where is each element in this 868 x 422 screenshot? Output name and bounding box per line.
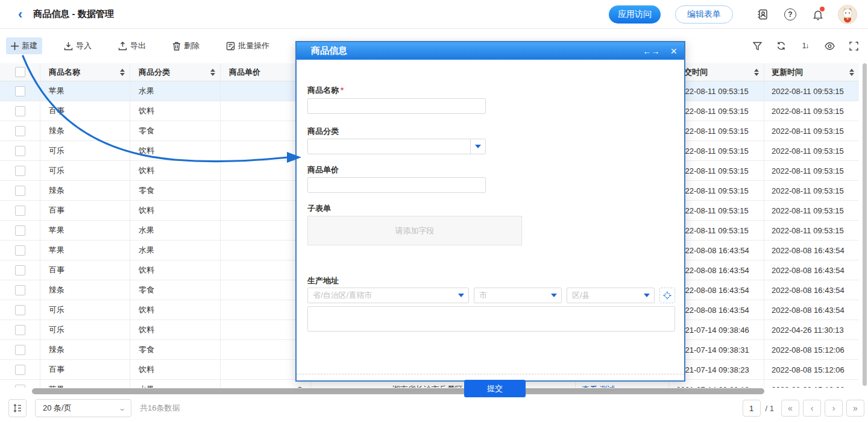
row-checkbox[interactable] (15, 365, 25, 375)
row-checkbox[interactable] (15, 265, 25, 276)
subform-placeholder-panel[interactable]: 请添加字段 (307, 216, 522, 245)
cell-product-name: 苹果 (40, 380, 130, 388)
cell-product-name: 可乐 (40, 141, 130, 160)
caret-down-icon (475, 145, 481, 148)
close-icon[interactable]: × (670, 46, 677, 57)
next-page-button[interactable]: › (825, 400, 843, 417)
cell-product-category: 水果 (130, 221, 221, 240)
edit-form-button[interactable]: 编辑表单 (675, 5, 733, 24)
contacts-book-icon[interactable] (756, 8, 769, 21)
sort-carets-icon[interactable] (210, 69, 215, 76)
notification-dot (820, 7, 825, 11)
new-button[interactable]: 新建 (6, 37, 42, 54)
notifications-bell-icon[interactable] (811, 8, 825, 21)
product-price-label: 商品单价 (307, 165, 339, 175)
cell-product-name: 百事 (40, 260, 130, 280)
row-checkbox-cell (0, 141, 40, 160)
cell-update-time: 2022-08-08 16:43:54 (764, 280, 859, 300)
row-checkbox[interactable] (15, 245, 25, 256)
sort-carets-icon[interactable] (849, 69, 854, 76)
fullscreen-icon[interactable] (848, 40, 860, 52)
select-all-cell (0, 63, 40, 81)
total-count-label: 共16条数据 (140, 403, 180, 414)
cell-product-category: 零食 (130, 340, 221, 359)
cell-update-time: 2022-08-11 09:53:15 (764, 181, 859, 200)
refresh-icon[interactable] (775, 40, 787, 52)
app-access-button[interactable]: 应用访问 (609, 5, 661, 24)
city-select[interactable]: 市 (474, 288, 562, 303)
row-checkbox-cell (0, 300, 40, 320)
plus-icon (11, 42, 19, 50)
export-icon (118, 42, 127, 51)
product-price-input[interactable] (307, 177, 486, 193)
first-page-button[interactable]: « (781, 400, 799, 417)
row-checkbox-cell (0, 380, 40, 388)
product-form-modal: 商品信息 ←→ × 商品名称* 商品分类 商品单价 子表单 请添加字段 生产地址… (295, 41, 685, 382)
last-page-button[interactable]: » (846, 400, 864, 417)
batch-operations-button[interactable]: 批量操作 (221, 37, 274, 54)
location-crosshair-icon (663, 291, 671, 300)
column-header-category[interactable]: 商品分类 (130, 63, 221, 81)
row-checkbox-cell (0, 280, 40, 300)
caret-down-icon (551, 294, 557, 297)
delete-button[interactable]: 删除 (168, 37, 204, 54)
cell-product-category: 饮料 (130, 141, 221, 160)
submit-button[interactable]: 提交 (464, 380, 526, 397)
vertical-scrollbar-thumb[interactable] (863, 63, 867, 386)
footer-bar: 20 条/页 ⌄ 共16条数据 1 / 1 « ‹ › » (0, 394, 868, 422)
sort-carets-icon[interactable] (754, 69, 759, 76)
help-icon[interactable]: ? (784, 8, 797, 21)
horizontal-scrollbar-thumb[interactable] (32, 388, 764, 394)
page-size-select[interactable]: 20 条/页 ⌄ (35, 399, 131, 417)
detail-address-textarea[interactable] (307, 306, 675, 332)
modal-footer-divider (297, 374, 684, 374)
current-page-input[interactable]: 1 (743, 400, 761, 417)
row-density-icon[interactable] (8, 399, 27, 417)
product-name-input[interactable] (307, 98, 486, 114)
cell-update-time: 2022-08-11 09:53:15 (764, 141, 859, 160)
trash-icon (172, 42, 181, 51)
row-checkbox[interactable] (15, 126, 25, 136)
cell-product-name: 辣条 (40, 340, 130, 359)
cell-update-time: 2022-08-08 16:43:54 (764, 300, 859, 320)
row-checkbox[interactable] (15, 106, 25, 116)
sort-icon[interactable]: 1↓ (799, 40, 811, 52)
product-category-select[interactable] (307, 139, 486, 154)
horizontal-scrollbar[interactable] (0, 388, 868, 394)
vertical-scrollbar[interactable] (863, 60, 867, 389)
row-checkbox[interactable] (15, 86, 25, 96)
row-checkbox[interactable] (15, 305, 25, 315)
column-visibility-eye-icon[interactable] (823, 40, 835, 52)
import-button[interactable]: 导入 (59, 37, 96, 54)
cell-update-time: 2022-04-26 11:30:13 (764, 320, 859, 339)
user-avatar[interactable] (838, 5, 857, 24)
row-checkbox[interactable] (15, 325, 25, 335)
row-checkbox[interactable] (15, 206, 25, 216)
filter-icon[interactable] (751, 40, 763, 52)
prev-page-button[interactable]: ‹ (803, 400, 821, 417)
column-header-update-time[interactable]: 更新时间 (764, 63, 859, 81)
modal-header: 商品信息 ←→ × (297, 42, 684, 60)
row-checkbox[interactable] (15, 166, 25, 176)
row-checkbox[interactable] (15, 345, 25, 355)
expand-width-icon[interactable]: ←→ (643, 46, 659, 56)
row-checkbox[interactable] (15, 146, 25, 156)
back-icon[interactable]: ‹ (18, 8, 22, 21)
cell-product-category: 饮料 (130, 161, 221, 180)
row-checkbox[interactable] (15, 225, 25, 236)
export-button[interactable]: 导出 (113, 37, 151, 54)
sort-carets-icon[interactable] (120, 69, 125, 76)
province-select[interactable]: 省/自治区/直辖市 (307, 288, 469, 303)
column-header-name[interactable]: 商品名称 (40, 63, 130, 81)
row-checkbox[interactable] (15, 285, 25, 295)
cell-update-time: 2022-08-08 16:43:54 (764, 241, 859, 260)
row-checkbox[interactable] (15, 186, 25, 196)
subform-label: 子表单 (307, 203, 331, 214)
row-checkbox[interactable] (15, 385, 25, 388)
page-total-label: / 1 (766, 404, 774, 413)
district-select[interactable]: 区/县 (567, 288, 655, 303)
select-all-checkbox[interactable] (15, 67, 25, 77)
locate-button[interactable] (659, 288, 675, 303)
production-address-label: 生产地址 (307, 276, 339, 286)
cell-update-time: 2022-08-11 09:53:15 (764, 81, 859, 101)
